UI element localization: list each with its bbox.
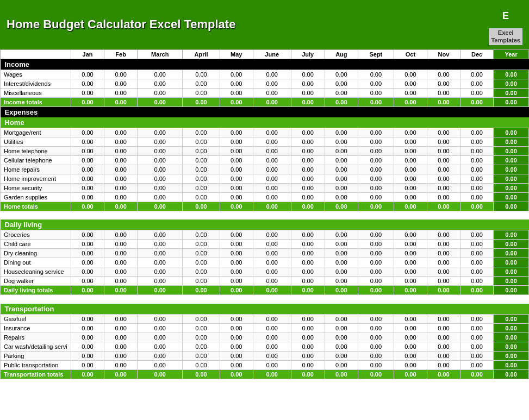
- cell-value[interactable]: 0.00: [71, 128, 104, 137]
- cell-value[interactable]: 0.00: [138, 314, 183, 323]
- cell-value[interactable]: 0.00: [358, 146, 394, 155]
- table-row[interactable]: Child care0.000.000.000.000.000.000.000.…: [1, 240, 529, 249]
- cell-value[interactable]: 0.00: [220, 323, 253, 333]
- cell-value[interactable]: 0.00: [358, 258, 394, 267]
- cell-value[interactable]: 0.00: [427, 192, 460, 202]
- cell-value[interactable]: 0.00: [291, 146, 325, 155]
- cell-value[interactable]: 0.00: [138, 155, 183, 165]
- table-row[interactable]: Groceries0.000.000.000.000.000.000.000.0…: [1, 230, 529, 240]
- cell-value[interactable]: 0.00: [220, 165, 253, 174]
- cell-value[interactable]: 0.00: [494, 79, 529, 88]
- cell-value[interactable]: 0.00: [104, 230, 138, 240]
- cell-value[interactable]: 0.00: [291, 79, 325, 88]
- cell-value[interactable]: 0.00: [427, 79, 460, 88]
- cell-value[interactable]: 0.00: [427, 360, 460, 369]
- cell-value[interactable]: 0.00: [291, 267, 325, 277]
- cell-value[interactable]: 0.00: [460, 79, 494, 88]
- cell-value[interactable]: 0.00: [494, 333, 529, 342]
- cell-value[interactable]: 0.00: [358, 137, 394, 146]
- cell-value[interactable]: 0.00: [183, 240, 220, 249]
- cell-value[interactable]: 0.00: [325, 192, 358, 202]
- cell-value[interactable]: 0.00: [291, 314, 325, 323]
- cell-value[interactable]: 0.00: [104, 165, 138, 174]
- cell-value[interactable]: 0.00: [460, 249, 494, 258]
- cell-value[interactable]: 0.00: [394, 323, 427, 333]
- cell-value[interactable]: 0.00: [325, 351, 358, 360]
- cell-value[interactable]: 0.00: [291, 183, 325, 192]
- cell-value[interactable]: 0.00: [460, 165, 494, 174]
- cell-value[interactable]: 0.00: [220, 249, 253, 258]
- cell-value[interactable]: 0.00: [138, 258, 183, 267]
- table-row[interactable]: Mortgage/rent0.000.000.000.000.000.000.0…: [1, 128, 529, 137]
- cell-value[interactable]: 0.00: [253, 258, 291, 267]
- cell-value[interactable]: 0.00: [358, 314, 394, 323]
- cell-value[interactable]: 0.00: [183, 79, 220, 88]
- cell-value[interactable]: 0.00: [183, 323, 220, 333]
- cell-value[interactable]: 0.00: [427, 333, 460, 342]
- cell-value[interactable]: 0.00: [460, 155, 494, 165]
- cell-value[interactable]: 0.00: [325, 277, 358, 286]
- cell-value[interactable]: 0.00: [291, 277, 325, 286]
- cell-value[interactable]: 0.00: [460, 192, 494, 202]
- cell-value[interactable]: 0.00: [394, 360, 427, 369]
- cell-value[interactable]: 0.00: [71, 155, 104, 165]
- cell-value[interactable]: 0.00: [427, 137, 460, 146]
- cell-value[interactable]: 0.00: [291, 165, 325, 174]
- cell-value[interactable]: 0.00: [138, 174, 183, 183]
- cell-value[interactable]: 0.00: [253, 88, 291, 97]
- cell-value[interactable]: 0.00: [427, 342, 460, 351]
- cell-value[interactable]: 0.00: [104, 183, 138, 192]
- cell-value[interactable]: 0.00: [358, 183, 394, 192]
- cell-value[interactable]: 0.00: [253, 128, 291, 137]
- cell-value[interactable]: 0.00: [71, 88, 104, 97]
- cell-value[interactable]: 0.00: [325, 137, 358, 146]
- cell-value[interactable]: 0.00: [325, 333, 358, 342]
- cell-value[interactable]: 0.00: [394, 240, 427, 249]
- cell-value[interactable]: 0.00: [104, 174, 138, 183]
- cell-value[interactable]: 0.00: [427, 146, 460, 155]
- cell-value[interactable]: 0.00: [325, 230, 358, 240]
- cell-value[interactable]: 0.00: [427, 249, 460, 258]
- table-row[interactable]: Miscellaneous0.000.000.000.000.000.000.0…: [1, 88, 529, 97]
- cell-value[interactable]: 0.00: [358, 323, 394, 333]
- cell-value[interactable]: 0.00: [71, 258, 104, 267]
- cell-value[interactable]: 0.00: [253, 323, 291, 333]
- cell-value[interactable]: 0.00: [494, 146, 529, 155]
- cell-value[interactable]: 0.00: [138, 146, 183, 155]
- cell-value[interactable]: 0.00: [460, 333, 494, 342]
- cell-value[interactable]: 0.00: [104, 333, 138, 342]
- cell-value[interactable]: 0.00: [253, 183, 291, 192]
- cell-value[interactable]: 0.00: [183, 146, 220, 155]
- cell-value[interactable]: 0.00: [104, 277, 138, 286]
- cell-value[interactable]: 0.00: [104, 79, 138, 88]
- cell-value[interactable]: 0.00: [325, 258, 358, 267]
- cell-value[interactable]: 0.00: [460, 277, 494, 286]
- cell-value[interactable]: 0.00: [104, 128, 138, 137]
- cell-value[interactable]: 0.00: [71, 333, 104, 342]
- cell-value[interactable]: 0.00: [138, 249, 183, 258]
- cell-value[interactable]: 0.00: [220, 174, 253, 183]
- table-row[interactable]: Utilities0.000.000.000.000.000.000.000.0…: [1, 137, 529, 146]
- cell-value[interactable]: 0.00: [138, 351, 183, 360]
- cell-value[interactable]: 0.00: [325, 174, 358, 183]
- cell-value[interactable]: 0.00: [71, 267, 104, 277]
- cell-value[interactable]: 0.00: [138, 183, 183, 192]
- table-row[interactable]: Housecleaning service0.000.000.000.000.0…: [1, 267, 529, 277]
- cell-value[interactable]: 0.00: [253, 277, 291, 286]
- cell-value[interactable]: 0.00: [494, 342, 529, 351]
- cell-value[interactable]: 0.00: [394, 155, 427, 165]
- cell-value[interactable]: 0.00: [494, 258, 529, 267]
- cell-value[interactable]: 0.00: [253, 174, 291, 183]
- cell-value[interactable]: 0.00: [460, 137, 494, 146]
- cell-value[interactable]: 0.00: [71, 314, 104, 323]
- cell-value[interactable]: 0.00: [253, 79, 291, 88]
- cell-value[interactable]: 0.00: [427, 155, 460, 165]
- cell-value[interactable]: 0.00: [71, 174, 104, 183]
- cell-value[interactable]: 0.00: [138, 342, 183, 351]
- cell-value[interactable]: 0.00: [291, 174, 325, 183]
- table-row[interactable]: Insurance0.000.000.000.000.000.000.000.0…: [1, 323, 529, 333]
- cell-value[interactable]: 0.00: [358, 230, 394, 240]
- cell-value[interactable]: 0.00: [183, 88, 220, 97]
- cell-value[interactable]: 0.00: [427, 70, 460, 79]
- cell-value[interactable]: 0.00: [138, 88, 183, 97]
